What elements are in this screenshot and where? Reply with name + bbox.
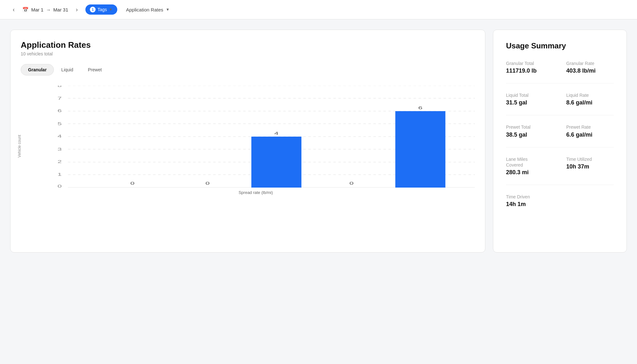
granular-total-value: 111719.0 lb	[506, 68, 554, 74]
time-utilized-value: 10h 37m	[566, 163, 614, 170]
granular-rate-label: Granular Rate	[566, 61, 614, 66]
prewet-rate-label: Prewet Rate	[566, 124, 614, 130]
calendar-icon: 📅	[22, 7, 29, 13]
svg-text:3: 3	[57, 147, 62, 151]
svg-text:0: 0	[206, 181, 210, 186]
chart-card: Application Rates 10 vehicles total Gran…	[10, 30, 485, 253]
summary-row-liquid: Liquid Total 31.5 gal Liquid Rate 8.6 ga…	[506, 92, 614, 115]
summary-col-time-driven: Time Driven 14h 1m	[506, 194, 554, 208]
date-end: Mar 31	[53, 7, 68, 12]
date-range: 📅 Mar 1 → Mar 31	[22, 7, 68, 13]
lane-miles-label: Lane MilesCovered	[506, 156, 554, 168]
app-rates-dropdown-button[interactable]: Application Rates ▼	[122, 5, 174, 15]
summary-row-prewet: Prewet Total 38.5 gal Prewet Rate 6.6 ga…	[506, 124, 614, 147]
granular-total-label: Granular Total	[506, 61, 554, 66]
tab-liquid[interactable]: Liquid	[54, 64, 80, 75]
toolbar: ‹ 📅 Mar 1 → Mar 31 › 1 Tags ▼ Applicatio…	[0, 0, 637, 19]
tags-dropdown-icon: ▼	[109, 7, 113, 12]
time-utilized-label: Time Utilized	[566, 156, 614, 162]
summary-row-granular: Granular Total 111719.0 lb Granular Rate…	[506, 61, 614, 83]
liquid-total-value: 31.5 gal	[506, 99, 554, 106]
svg-rect-27	[395, 111, 445, 188]
svg-text:7: 7	[57, 96, 62, 100]
summary-row-lane-miles: Lane MilesCovered 280.3 mi Time Utilized…	[506, 156, 614, 185]
prewet-rate-value: 6.6 gal/mi	[566, 132, 614, 138]
summary-col-granular-total: Granular Total 111719.0 lb	[506, 61, 554, 74]
prev-nav-button[interactable]: ‹	[10, 5, 17, 14]
tags-label: Tags	[98, 7, 107, 12]
tags-button[interactable]: 1 Tags ▼	[85, 4, 117, 15]
summary-col-time-utilized: Time Utilized 10h 37m	[566, 156, 614, 176]
svg-text:4: 4	[274, 131, 279, 135]
liquid-rate-value: 8.6 gal/mi	[566, 99, 614, 106]
summary-col-prewet-total: Prewet Total 38.5 gal	[506, 124, 554, 138]
svg-text:0: 0	[57, 184, 62, 188]
svg-text:1: 1	[57, 172, 62, 176]
chart-title: Application Rates	[21, 40, 475, 50]
prewet-total-label: Prewet Total	[506, 124, 554, 130]
chart-area: Vehicle count 8 7 6 5 4	[21, 86, 475, 207]
y-axis-label: Vehicle count	[17, 135, 22, 157]
lane-miles-value: 280.3 mi	[506, 169, 554, 176]
main-content: Application Rates 10 vehicles total Gran…	[0, 19, 637, 263]
svg-text:2: 2	[57, 160, 62, 164]
granular-rate-value: 403.8 lb/mi	[566, 68, 614, 74]
svg-text:8: 8	[57, 86, 62, 88]
summary-col-prewet-rate: Prewet Rate 6.6 gal/mi	[566, 124, 614, 138]
summary-col-empty	[566, 194, 614, 208]
time-driven-label: Time Driven	[506, 194, 554, 200]
app-rates-dropdown-icon: ▼	[166, 7, 170, 12]
liquid-total-label: Liquid Total	[506, 92, 554, 98]
svg-text:0: 0	[130, 181, 134, 186]
app-rates-label: Application Rates	[126, 7, 163, 12]
svg-rect-22	[251, 137, 301, 188]
svg-text:4: 4	[57, 134, 62, 139]
date-arrow: →	[46, 7, 51, 12]
bar-chart-svg: 8 7 6 5 4 3 2 1 0 0 0-100 0 100-2	[37, 86, 475, 188]
tab-granular[interactable]: Granular	[21, 64, 54, 75]
summary-col-granular-rate: Granular Rate 403.8 lb/mi	[566, 61, 614, 74]
x-axis-label: Spread rate (lb/mi)	[37, 190, 475, 195]
prewet-total-value: 38.5 gal	[506, 132, 554, 138]
chart-inner: 8 7 6 5 4 3 2 1 0 0 0-100 0 100-2	[37, 86, 475, 188]
tags-count-badge: 1	[90, 7, 96, 12]
chart-subtitle: 10 vehicles total	[21, 51, 475, 56]
tab-prewet[interactable]: Prewet	[81, 64, 109, 75]
summary-col-lane-miles: Lane MilesCovered 280.3 mi	[506, 156, 554, 176]
svg-text:0: 0	[349, 181, 353, 186]
svg-text:5: 5	[57, 121, 62, 126]
summary-title: Usage Summary	[506, 41, 614, 50]
next-nav-button[interactable]: ›	[73, 5, 80, 14]
svg-text:6: 6	[57, 109, 62, 113]
summary-col-liquid-total: Liquid Total 31.5 gal	[506, 92, 554, 106]
liquid-rate-label: Liquid Rate	[566, 92, 614, 98]
summary-card: Usage Summary Granular Total 111719.0 lb…	[493, 30, 627, 253]
time-driven-value: 14h 1m	[506, 201, 554, 208]
svg-text:6: 6	[418, 105, 423, 110]
date-start: Mar 1	[31, 7, 43, 12]
summary-row-time-driven: Time Driven 14h 1m	[506, 194, 614, 217]
summary-col-liquid-rate: Liquid Rate 8.6 gal/mi	[566, 92, 614, 106]
chart-tabs: Granular Liquid Prewet	[21, 64, 475, 75]
